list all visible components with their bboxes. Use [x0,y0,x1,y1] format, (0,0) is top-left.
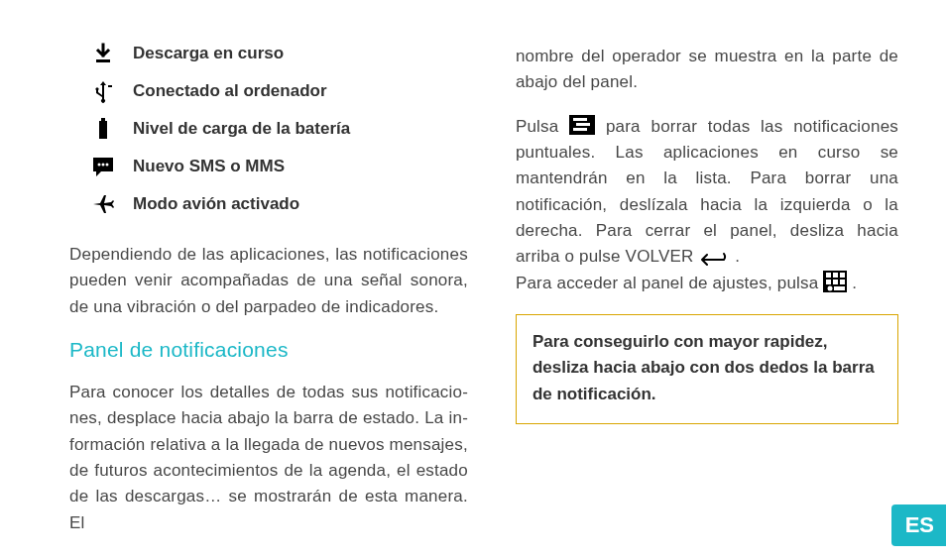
body-text: Pulsa para borrar todas las notificacion… [516,114,898,296]
icon-label: Modo avión activado [133,194,299,214]
tip-text: Para conseguirlo con mayor rapidez, [532,329,882,355]
svg-point-5 [106,164,109,167]
icon-label: Nivel de carga de la batería [133,119,350,139]
list-item: Conectado al ordenador [69,77,468,105]
body-text: Para conocer los detalles de todas sus n… [69,380,468,536]
section-heading: Panel de notificaciones [69,338,468,362]
icon-label: Descarga en curso [133,44,284,63]
list-item: Nivel de carga de la batería [69,115,468,143]
download-icon [89,40,117,67]
usb-icon [89,77,117,105]
right-column: nombre del operador se muestra en la par… [516,40,898,530]
text-run: para borrar todas las notificaciones pun… [516,117,898,267]
svg-rect-8 [576,123,590,126]
svg-rect-0 [96,59,110,62]
icon-label: Conectado al ordenador [133,81,327,101]
list-item: Modo avión activado [69,190,468,218]
svg-point-3 [98,164,101,167]
airplane-icon [89,190,117,218]
sms-icon [89,153,117,180]
battery-icon [89,115,117,143]
language-tab: ES [891,504,946,546]
text-run: . [847,274,857,292]
tip-text: desliza hacia abajo con dos dedos la bar… [532,355,882,407]
text-run: . [730,247,740,266]
body-text: Dependiendo de las aplicaciones, las not… [69,242,468,320]
status-icon-list: Descarga en curso Conectado al ordenador… [69,40,468,218]
svg-rect-18 [834,286,845,290]
icon-label: Nuevo SMS o MMS [133,157,285,176]
text-run: Pulsa [516,117,569,136]
svg-rect-2 [101,118,105,121]
svg-rect-15 [833,280,838,284]
tip-callout: Para conseguirlo con mayor rapidez, desl… [516,314,898,424]
svg-rect-1 [99,121,107,139]
settings-grid-icon [823,271,847,292]
body-text: nombre del operador se muestra en la par… [516,44,898,96]
back-icon [698,249,730,263]
svg-point-4 [102,164,105,167]
list-item: Descarga en curso [69,40,468,67]
svg-rect-9 [573,128,587,131]
svg-rect-14 [826,280,831,284]
clear-all-icon [569,115,595,135]
document-page: Descarga en curso Conectado al ordenador… [0,0,946,560]
text-run: Para acceder al panel de ajustes, pulsa [516,274,823,292]
svg-rect-16 [840,280,845,284]
svg-point-17 [828,286,833,291]
svg-rect-7 [573,118,587,121]
left-column: Descarga en curso Conectado al ordenador… [69,40,468,530]
list-item: Nuevo SMS o MMS [69,153,468,180]
svg-rect-12 [833,273,838,278]
svg-rect-11 [826,273,831,278]
svg-rect-13 [840,273,845,278]
